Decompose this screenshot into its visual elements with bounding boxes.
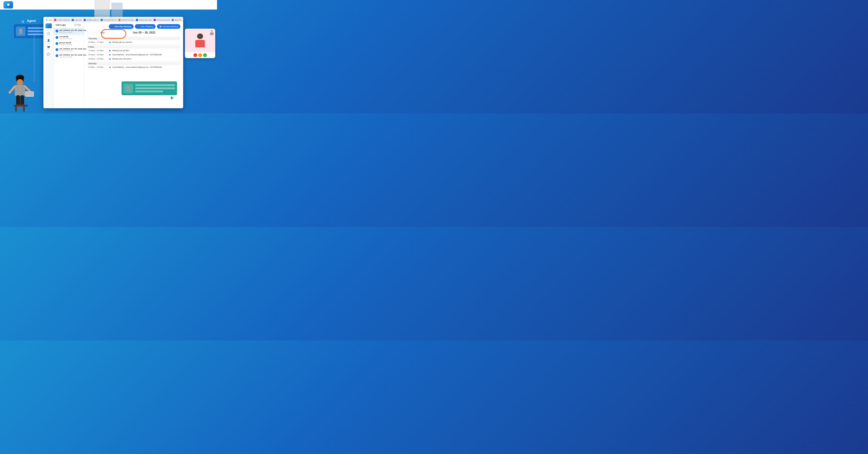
tab-shiksha[interactable]: Shiksha Bug Tracker bbox=[134, 18, 152, 22]
call-log-info-4: asti_infotech_pvt_ltd_sonal_ma... 2021-0… bbox=[59, 54, 87, 58]
tab-shiksha-label: Shiksha Bug Tracker bbox=[139, 19, 152, 21]
meeting-name-sat-0: Sonal Malhotra - sonal.malhotra14@gmail.… bbox=[112, 66, 179, 68]
tab-grammar[interactable]: What grammar mis... bbox=[99, 18, 117, 22]
date-range: Jun 20 – 26, 2021 bbox=[108, 31, 180, 34]
app-sidebar: 📹 📋 👤 🖥️ 💬 bbox=[43, 22, 54, 108]
sidebar-icon-chat[interactable]: 💬 bbox=[45, 51, 52, 57]
tab-modified-label: Modified Login User bbox=[87, 19, 99, 21]
panel-title: Call Logs bbox=[56, 24, 66, 26]
tab-tableau-label: Tableau Developer... bbox=[121, 19, 134, 21]
svg-rect-6 bbox=[26, 92, 33, 96]
schedule-icon: 📅 bbox=[159, 25, 162, 28]
app-logo bbox=[3, 1, 13, 8]
tab-favicon-tableau bbox=[118, 19, 121, 21]
tab-login-label: Login User bbox=[74, 19, 82, 21]
info-icon-2: i bbox=[56, 42, 58, 45]
tab-technical[interactable]: All Technical Specifi... bbox=[152, 18, 170, 22]
sidebar-icon-user[interactable]: 👤 bbox=[45, 37, 52, 43]
call-log-item-2[interactable]: i gfi-uyn-mwm6 2021-06-24 18:35:58 bbox=[54, 41, 84, 47]
svg-line-4 bbox=[25, 87, 30, 91]
app-content: 📹 📋 👤 🖥️ 💬 Call Logs 💬 Topic i bbox=[43, 22, 183, 108]
meeting-row-fri-2[interactable]: 05:45pm – 06:30pm Meeting (2se-x20-ndm) … bbox=[87, 57, 180, 61]
tab-apps[interactable]: Apps bbox=[44, 18, 53, 22]
call-log-info-0: asti_infotech_pvt_ltd_sonal_ma... 2021-0… bbox=[59, 29, 87, 33]
meeting-name-thu-0: Meeting (gfi-uyn-mwm6) ℹ bbox=[112, 41, 179, 43]
video-person-main bbox=[195, 33, 205, 47]
call-log-time-0: 2021-06-25 13:23:24 bbox=[59, 32, 87, 33]
calendar-nav: ‹ › Today Jun 20 – 26, 2021 bbox=[87, 31, 180, 35]
customer-line-2 bbox=[135, 88, 175, 89]
call-log-name-0: asti_infotech_pvt_ltd_sonal_ma... bbox=[59, 29, 87, 31]
agent-avatar bbox=[16, 27, 26, 36]
tab-favicon-https bbox=[172, 19, 174, 21]
video-controls bbox=[185, 52, 215, 58]
action-buttons: 📹 Start New Meeting 📹 Join a Meeting 📅 S… bbox=[87, 24, 180, 29]
sidebar-icon-phone[interactable]: 📋 bbox=[45, 30, 52, 37]
tab-independent[interactable]: A 100% independe... bbox=[53, 18, 70, 22]
left-panel: Call Logs 💬 Topic i asti_infotech_pvt_lt… bbox=[54, 22, 84, 108]
tab-grammar-label: What grammar mis... bbox=[103, 19, 117, 21]
topic-button[interactable]: 💬 Topic bbox=[73, 24, 82, 26]
top-bar bbox=[0, 0, 217, 9]
tab-modified-login[interactable]: Modified Login User bbox=[82, 18, 99, 22]
tab-technical-label: All Technical Specifi... bbox=[156, 19, 170, 21]
join-icon: 📹 bbox=[137, 25, 140, 28]
call-log-item-4[interactable]: i asti_infotech_pvt_ltd_sonal_ma... 2021… bbox=[54, 53, 84, 59]
meeting-time-thu-0: 06:30pm – 07:30pm bbox=[88, 41, 107, 43]
schedule-meeting-button[interactable]: 📅 Schedule Meeting bbox=[157, 24, 180, 29]
tab-https-label: https://ein... bbox=[175, 19, 182, 21]
tab-apps-label: Apps bbox=[49, 19, 52, 21]
meeting-time-sat-0: 02:00pm – 02:30pm bbox=[88, 66, 107, 68]
svg-rect-12 bbox=[15, 106, 17, 112]
tab-login[interactable]: Login User bbox=[70, 18, 82, 22]
video-popup-video bbox=[185, 29, 215, 52]
meeting-time-fri-2: 05:45pm – 06:30pm bbox=[88, 58, 107, 60]
customer-line-1 bbox=[135, 84, 175, 86]
customer-info bbox=[135, 84, 175, 92]
call-log-item-0[interactable]: i asti_infotech_pvt_ltd_sonal_ma... 2021… bbox=[54, 28, 84, 35]
tab-tableau[interactable]: Tableau Developer... bbox=[117, 18, 134, 22]
call-log-name-3: asti_infotech_pvt_ltd_sonal_ma... bbox=[59, 48, 87, 50]
tab-independent-label: A 100% independe... bbox=[57, 19, 70, 21]
svg-rect-7 bbox=[16, 95, 20, 106]
meeting-row-thu-0[interactable]: 06:30pm – 07:30pm Meeting (gfi-uyn-mwm6)… bbox=[87, 40, 180, 44]
svg-rect-17 bbox=[47, 19, 48, 20]
customer-arrow bbox=[171, 96, 174, 100]
meeting-row-fri-0[interactable]: 12:00pm – 01:00pm Meeting (usf-xp0-lttj)… bbox=[87, 48, 180, 53]
video-btn-red[interactable] bbox=[193, 53, 197, 57]
video-head-main bbox=[197, 33, 203, 39]
video-popup bbox=[185, 29, 215, 58]
today-button[interactable]: Today bbox=[98, 31, 106, 34]
join-meeting-button[interactable]: 📹 Join a Meeting bbox=[135, 24, 156, 29]
info-icon-3: i bbox=[56, 48, 58, 51]
tab-favicon-technical bbox=[154, 19, 156, 21]
start-meeting-button[interactable]: 📹 Start New Meeting bbox=[109, 24, 133, 29]
customer-label: Customer bbox=[156, 98, 170, 101]
meeting-row-sat-0[interactable]: 02:00pm – 02:30pm Sonal Malhotra - sonal… bbox=[87, 65, 180, 69]
tab-favicon-login bbox=[72, 19, 74, 21]
topic-icon: 💬 bbox=[74, 24, 76, 26]
call-log-time-3: 2021-06-18 20:06:23 bbox=[59, 50, 87, 52]
video-person-small bbox=[210, 30, 214, 35]
call-log-item-1[interactable]: i usf-xp0-lttj 2021-06-25 11:55:24 bbox=[54, 35, 84, 41]
start-meeting-label: Start New Meeting bbox=[115, 26, 131, 28]
sidebar-icon-screen[interactable]: 🖥️ bbox=[45, 44, 52, 51]
day-header-saturday: Saturday bbox=[87, 62, 180, 65]
tab-favicon-independent bbox=[54, 19, 56, 21]
tab-favicon-grammar bbox=[101, 19, 103, 21]
call-log-item-3[interactable]: i asti_infotech_pvt_ltd_sonal_ma... 2021… bbox=[54, 47, 84, 53]
next-btn[interactable]: › bbox=[93, 31, 97, 35]
tab-https[interactable]: https://ein... bbox=[170, 18, 182, 22]
day-thursday: Thursday 06:30pm – 07:30pm Meeting (gfi-… bbox=[87, 37, 180, 44]
svg-point-15 bbox=[17, 79, 23, 85]
call-log-time-1: 2021-06-25 11:55:24 bbox=[59, 38, 72, 39]
meeting-dot-fri-2 bbox=[109, 58, 111, 60]
call-log-name-4: asti_infotech_pvt_ltd_sonal_ma... bbox=[59, 54, 87, 56]
panel-header: Call Logs 💬 Topic bbox=[54, 22, 84, 28]
video-btn-green[interactable] bbox=[203, 53, 207, 57]
prev-btn[interactable]: ‹ bbox=[87, 31, 91, 35]
video-btn-orange[interactable] bbox=[198, 53, 202, 57]
meeting-row-fri-1[interactable]: 02:00pm – 02:30pm Sonal Malhotra - sonal… bbox=[87, 53, 180, 57]
svg-rect-19 bbox=[47, 20, 48, 21]
video-head-small bbox=[211, 30, 213, 32]
